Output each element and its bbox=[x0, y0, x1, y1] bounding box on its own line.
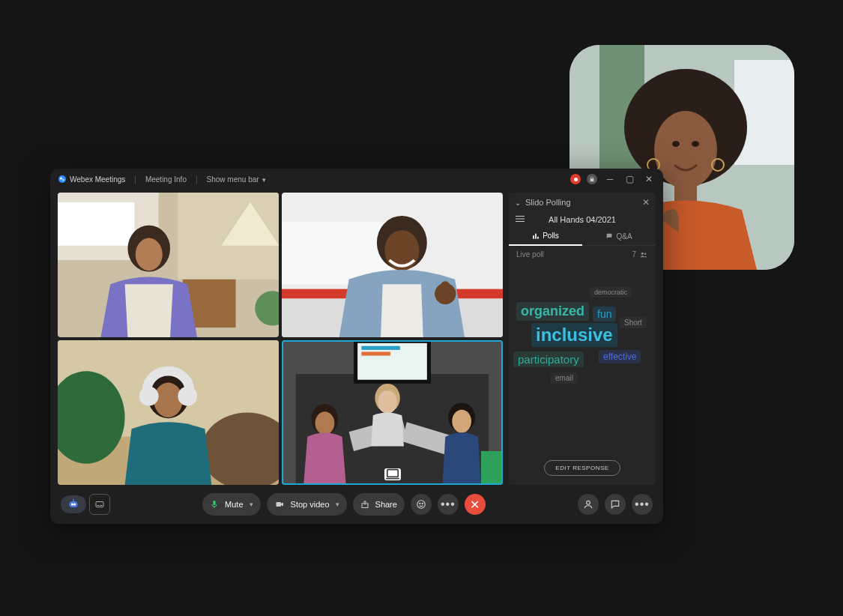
screen-share-icon bbox=[384, 468, 401, 480]
assistant-button[interactable] bbox=[61, 495, 86, 513]
svg-point-22 bbox=[136, 238, 163, 271]
person-icon bbox=[583, 499, 593, 510]
svg-point-77 bbox=[420, 503, 420, 504]
svg-rect-61 bbox=[537, 236, 539, 238]
content-area: ⌄ Slido Polling ✕ All Hands 04/2021 Poll… bbox=[50, 190, 663, 485]
meeting-window: Webex Meetings | Meeting Info | Show men… bbox=[50, 169, 663, 524]
svg-point-66 bbox=[73, 503, 76, 505]
more-options-button[interactable]: ••• bbox=[438, 494, 459, 515]
svg-point-50 bbox=[378, 390, 397, 414]
polls-icon bbox=[532, 232, 540, 240]
svg-rect-58 bbox=[516, 221, 525, 222]
word-cloud-word: organized bbox=[516, 302, 589, 321]
svg-point-5 bbox=[654, 111, 717, 189]
svg-rect-67 bbox=[73, 499, 74, 501]
svg-rect-57 bbox=[516, 219, 525, 220]
chevron-down-icon[interactable] bbox=[336, 501, 339, 508]
tab-qa[interactable]: Q&A bbox=[582, 227, 656, 245]
record-indicator-icon[interactable] bbox=[570, 174, 581, 184]
svg-rect-30 bbox=[441, 281, 450, 298]
vote-count: 7 bbox=[632, 250, 636, 259]
svg-marker-74 bbox=[281, 503, 283, 507]
svg-point-6 bbox=[672, 141, 680, 147]
svg-rect-55 bbox=[386, 478, 399, 480]
title-bar: Webex Meetings | Meeting Info | Show men… bbox=[50, 169, 663, 190]
chat-icon bbox=[610, 499, 620, 510]
maximize-button[interactable]: ▢ bbox=[623, 172, 636, 186]
lock-indicator-icon[interactable] bbox=[587, 174, 597, 184]
poll-status-label: Live poll bbox=[516, 250, 544, 259]
svg-point-13 bbox=[62, 179, 64, 181]
svg-point-76 bbox=[417, 501, 426, 509]
svg-rect-56 bbox=[516, 216, 525, 217]
share-icon bbox=[360, 500, 369, 509]
chat-button[interactable] bbox=[605, 494, 626, 515]
word-cloud: democraticorganizedfunShortinclusivepart… bbox=[509, 263, 656, 460]
mute-button[interactable]: Mute bbox=[202, 493, 260, 516]
svg-point-78 bbox=[422, 503, 423, 504]
word-cloud-word: fun bbox=[593, 307, 616, 321]
participants-button[interactable] bbox=[578, 494, 599, 515]
minimize-button[interactable]: ─ bbox=[603, 172, 617, 186]
event-title-label: All Hands 04/2021 bbox=[549, 215, 616, 224]
svg-rect-73 bbox=[276, 502, 281, 507]
svg-rect-60 bbox=[535, 233, 537, 238]
svg-rect-44 bbox=[361, 351, 390, 355]
svg-rect-16 bbox=[58, 202, 134, 246]
video-tile[interactable] bbox=[58, 193, 279, 337]
word-cloud-word: participatory bbox=[513, 351, 584, 367]
stop-video-button[interactable]: Stop video bbox=[267, 493, 347, 516]
chevron-down-icon bbox=[262, 175, 266, 184]
show-menu-bar-link[interactable]: Show menu bar bbox=[207, 175, 266, 184]
end-call-button[interactable]: ✕ bbox=[465, 494, 486, 515]
edit-response-button[interactable]: EDIT RESPONSE bbox=[544, 460, 620, 476]
ellipsis-icon: ••• bbox=[441, 498, 456, 511]
svg-point-48 bbox=[315, 411, 335, 435]
video-grid bbox=[58, 193, 503, 485]
share-button[interactable]: Share bbox=[353, 493, 405, 516]
svg-rect-72 bbox=[214, 507, 215, 508]
svg-rect-71 bbox=[214, 501, 216, 505]
svg-point-79 bbox=[587, 501, 590, 504]
word-cloud-word: email bbox=[551, 372, 578, 384]
video-tile-active[interactable] bbox=[282, 340, 503, 485]
ellipsis-icon: ••• bbox=[635, 498, 650, 511]
svg-rect-54 bbox=[387, 470, 397, 477]
captions-icon bbox=[94, 500, 105, 509]
svg-rect-43 bbox=[361, 346, 399, 350]
word-cloud-word: effective bbox=[599, 350, 641, 363]
svg-rect-53 bbox=[481, 451, 503, 485]
tab-polls[interactable]: Polls bbox=[509, 227, 582, 246]
word-cloud-word: inclusive bbox=[531, 323, 617, 347]
reactions-button[interactable] bbox=[411, 494, 432, 515]
svg-point-7 bbox=[692, 141, 699, 147]
qa-icon bbox=[605, 232, 613, 240]
close-window-button[interactable]: ✕ bbox=[642, 172, 656, 186]
panel-name-label: Slido Polling bbox=[525, 198, 571, 207]
word-cloud-word: democratic bbox=[590, 287, 632, 298]
svg-rect-69 bbox=[97, 505, 100, 506]
video-tile[interactable] bbox=[58, 340, 279, 485]
captions-button[interactable] bbox=[89, 494, 110, 515]
svg-rect-70 bbox=[100, 505, 103, 506]
chevron-down-icon[interactable] bbox=[250, 501, 253, 508]
app-name-label: Webex Meetings bbox=[70, 175, 125, 184]
video-tile[interactable] bbox=[282, 193, 503, 337]
svg-point-12 bbox=[60, 178, 62, 180]
word-cloud-word: Short bbox=[620, 317, 647, 328]
menu-icon[interactable] bbox=[515, 214, 525, 225]
svg-rect-68 bbox=[96, 502, 103, 507]
svg-point-62 bbox=[641, 252, 644, 254]
camera-icon bbox=[274, 500, 285, 509]
robot-icon bbox=[66, 498, 81, 510]
microphone-icon bbox=[210, 499, 219, 510]
participants-icon bbox=[639, 251, 648, 259]
svg-point-52 bbox=[452, 410, 471, 433]
panel-options-button[interactable]: ••• bbox=[632, 494, 653, 515]
chevron-down-icon[interactable]: ⌄ bbox=[515, 199, 521, 207]
webex-icon bbox=[58, 175, 67, 184]
meeting-info-link[interactable]: Meeting Info bbox=[145, 175, 187, 184]
smiley-icon bbox=[416, 499, 426, 510]
panel-close-button[interactable]: ✕ bbox=[642, 197, 650, 208]
svg-point-65 bbox=[71, 503, 73, 505]
